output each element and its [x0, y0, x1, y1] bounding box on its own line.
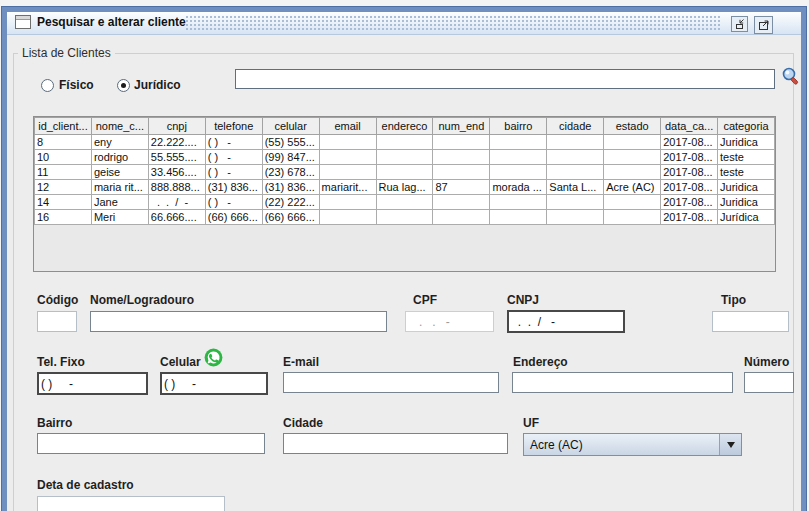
table-cell[interactable]: [319, 165, 376, 180]
table-cell[interactable]: ( ) -: [205, 165, 262, 180]
cpf-field[interactable]: [405, 311, 494, 332]
tel-fixo-field[interactable]: [37, 372, 148, 395]
table-row[interactable]: 12maria rit...888.888...(31) 836...(31) …: [35, 180, 775, 195]
table-cell[interactable]: eny: [91, 135, 148, 150]
nome-field[interactable]: [90, 311, 387, 332]
table-cell[interactable]: [433, 135, 490, 150]
table-row[interactable]: 14Jane . . / -( ) -(22) 222...2017-08...…: [35, 195, 775, 210]
table-cell[interactable]: Jane: [91, 195, 148, 210]
table-cell[interactable]: 8: [35, 135, 92, 150]
table-cell[interactable]: Santa L...: [547, 180, 604, 195]
table-cell[interactable]: [547, 165, 604, 180]
table-cell[interactable]: 87: [433, 180, 490, 195]
table-cell[interactable]: [604, 195, 661, 210]
column-header[interactable]: num_end: [433, 118, 490, 135]
table-cell[interactable]: 14: [35, 195, 92, 210]
search-icon[interactable]: [781, 66, 802, 87]
table-cell[interactable]: ( ) -: [205, 195, 262, 210]
table-cell[interactable]: Meri: [91, 210, 148, 225]
table-cell[interactable]: [547, 135, 604, 150]
table-cell[interactable]: [376, 165, 433, 180]
column-header[interactable]: email: [319, 118, 376, 135]
table-cell[interactable]: Juridica: [718, 135, 775, 150]
table-cell[interactable]: 888.888...: [148, 180, 205, 195]
column-header[interactable]: cnpj: [148, 118, 205, 135]
table-cell[interactable]: [490, 135, 547, 150]
table-cell[interactable]: [319, 195, 376, 210]
table-cell[interactable]: 2017-08...: [661, 180, 718, 195]
bairro-field[interactable]: [37, 433, 265, 454]
endereco-field[interactable]: [512, 372, 733, 393]
table-cell[interactable]: 33.456....: [148, 165, 205, 180]
radio-juridico-label[interactable]: Jurídico: [134, 78, 181, 92]
table-cell[interactable]: (31) 836...: [205, 180, 262, 195]
table-cell[interactable]: (66) 666...: [205, 210, 262, 225]
column-header[interactable]: endereco: [376, 118, 433, 135]
table-cell[interactable]: [319, 210, 376, 225]
table-cell[interactable]: [376, 135, 433, 150]
search-input[interactable]: [235, 69, 775, 89]
table-cell[interactable]: 2017-08...: [661, 150, 718, 165]
radio-juridico[interactable]: [117, 79, 130, 92]
table-cell[interactable]: [604, 210, 661, 225]
table-cell[interactable]: rodrigo: [91, 150, 148, 165]
table-cell[interactable]: [376, 195, 433, 210]
column-header[interactable]: telefone: [205, 118, 262, 135]
titlebar[interactable]: Pesquisar e alterar cliente: [7, 12, 801, 35]
uf-combobox[interactable]: Acre (AC): [523, 433, 742, 456]
table-cell[interactable]: [433, 195, 490, 210]
table-cell[interactable]: Acre (AC): [604, 180, 661, 195]
table-cell[interactable]: 16: [35, 210, 92, 225]
table-cell[interactable]: 66.666....: [148, 210, 205, 225]
table-cell[interactable]: [490, 210, 547, 225]
table-cell[interactable]: ( ) -: [205, 135, 262, 150]
column-header[interactable]: data_ca...: [661, 118, 718, 135]
table-cell[interactable]: (22) 222...: [262, 195, 319, 210]
table-cell[interactable]: 11: [35, 165, 92, 180]
table-cell[interactable]: [604, 150, 661, 165]
table-cell[interactable]: teste: [718, 150, 775, 165]
table-row[interactable]: 16Meri66.666....(66) 666...(66) 666...20…: [35, 210, 775, 225]
table-cell[interactable]: 2017-08...: [661, 165, 718, 180]
column-header[interactable]: nome_c...: [91, 118, 148, 135]
table-cell[interactable]: 55.555....: [148, 150, 205, 165]
table-cell[interactable]: [490, 150, 547, 165]
table-row[interactable]: 8eny22.222....( ) -(55) 555...2017-08...…: [35, 135, 775, 150]
table-cell[interactable]: Juridica: [718, 195, 775, 210]
table-cell[interactable]: Rua lag...: [376, 180, 433, 195]
column-header[interactable]: celular: [262, 118, 319, 135]
uf-dropdown-button[interactable]: [719, 434, 741, 455]
data-cadastro-field[interactable]: [37, 496, 225, 511]
maximize-button[interactable]: [754, 16, 773, 34]
clients-table-scrollpane[interactable]: id_client...nome_c...cnpjtelefonecelular…: [33, 116, 776, 272]
table-cell[interactable]: mariarit...: [319, 180, 376, 195]
table-cell[interactable]: maria rit...: [91, 180, 148, 195]
table-cell[interactable]: [547, 210, 604, 225]
radio-fisico-label[interactable]: Físico: [59, 78, 94, 92]
radio-fisico[interactable]: [41, 79, 54, 92]
table-cell[interactable]: 22.222....: [148, 135, 205, 150]
table-cell[interactable]: ( ) -: [205, 150, 262, 165]
table-cell[interactable]: [547, 150, 604, 165]
table-cell[interactable]: [604, 165, 661, 180]
column-header[interactable]: id_client...: [35, 118, 92, 135]
table-cell[interactable]: [433, 210, 490, 225]
table-cell[interactable]: [376, 150, 433, 165]
codigo-field[interactable]: [37, 311, 77, 332]
table-cell[interactable]: [490, 195, 547, 210]
table-cell[interactable]: [319, 135, 376, 150]
table-cell[interactable]: . . / -: [148, 195, 205, 210]
cidade-field[interactable]: [283, 433, 508, 454]
table-cell[interactable]: [547, 195, 604, 210]
table-cell[interactable]: 12: [35, 180, 92, 195]
iconify-button[interactable]: [731, 16, 748, 32]
column-header[interactable]: cidade: [547, 118, 604, 135]
celular-field[interactable]: [160, 372, 268, 395]
table-cell[interactable]: 2017-08...: [661, 210, 718, 225]
table-cell[interactable]: [433, 165, 490, 180]
table-cell[interactable]: Juridica: [718, 180, 775, 195]
table-cell[interactable]: [319, 150, 376, 165]
email-field[interactable]: [283, 372, 499, 393]
table-cell[interactable]: 10: [35, 150, 92, 165]
column-header[interactable]: categoria: [718, 118, 775, 135]
